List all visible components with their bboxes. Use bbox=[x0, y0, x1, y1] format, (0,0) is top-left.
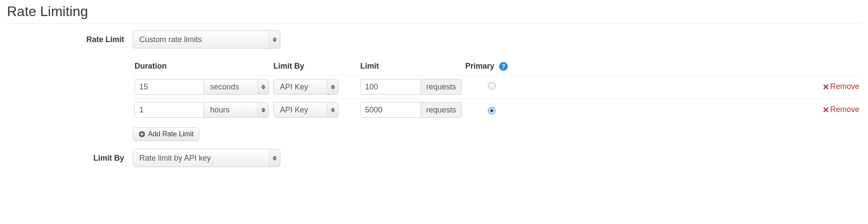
rate-limits-table: Duration Limit By Limit Primary ? bbox=[133, 58, 861, 121]
rate-limit-row: hours API Key bbox=[133, 99, 861, 122]
chevron-updown-icon bbox=[257, 102, 269, 117]
add-rate-limit-button[interactable]: Add Rate Limit bbox=[133, 127, 199, 141]
chevron-updown-icon bbox=[269, 31, 280, 48]
chevron-updown-icon bbox=[269, 149, 280, 167]
limit-input[interactable] bbox=[360, 102, 421, 118]
global-limit-by-select[interactable]: Rate limit by API key bbox=[133, 149, 280, 167]
plus-circle-icon bbox=[138, 131, 145, 138]
chevron-updown-icon bbox=[257, 79, 269, 94]
chevron-updown-icon bbox=[327, 102, 338, 117]
duration-input[interactable] bbox=[135, 79, 204, 95]
limit-by-select[interactable]: API Key bbox=[273, 79, 339, 95]
remove-button[interactable]: Remove bbox=[823, 82, 859, 91]
remove-button[interactable]: Remove bbox=[823, 105, 859, 114]
rate-limit-row: seconds API Key bbox=[133, 76, 861, 99]
primary-radio[interactable] bbox=[488, 82, 496, 90]
global-limit-by-select-value: Rate limit by API key bbox=[133, 154, 269, 163]
close-icon bbox=[823, 84, 829, 89]
limit-unit-label: requests bbox=[421, 102, 462, 118]
chevron-updown-icon bbox=[327, 79, 338, 94]
duration-input[interactable] bbox=[135, 102, 204, 118]
limit-by-label: Limit By bbox=[7, 154, 133, 163]
duration-unit-select[interactable]: seconds bbox=[204, 79, 269, 95]
page-title: Rate Limiting bbox=[7, 3, 861, 23]
duration-unit-select[interactable]: hours bbox=[204, 102, 269, 118]
help-icon[interactable]: ? bbox=[499, 62, 508, 71]
col-limit-by: Limit By bbox=[272, 58, 358, 76]
rate-limit-label: Rate Limit bbox=[7, 35, 133, 44]
limit-unit-label: requests bbox=[421, 79, 462, 95]
limit-input[interactable] bbox=[360, 79, 421, 95]
rate-limit-select-value: Custom rate limits bbox=[133, 35, 269, 44]
close-icon bbox=[823, 107, 829, 112]
col-duration: Duration bbox=[133, 58, 272, 76]
col-limit: Limit bbox=[358, 58, 464, 76]
col-primary: Primary ? bbox=[464, 58, 520, 76]
rate-limit-select[interactable]: Custom rate limits bbox=[133, 30, 280, 49]
primary-radio[interactable] bbox=[488, 107, 496, 115]
limit-by-select[interactable]: API Key bbox=[273, 102, 339, 118]
